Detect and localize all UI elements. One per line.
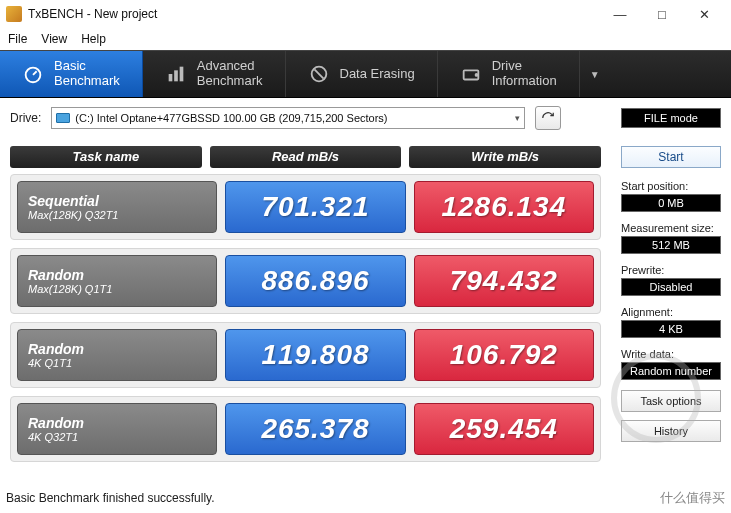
erase-icon [308, 63, 330, 85]
drive-row: Drive: (C:) Intel Optane+477GBSSD 100.00… [0, 98, 731, 136]
app-icon [6, 6, 22, 22]
read-value: 265.378 [225, 403, 405, 455]
task-name: Random [28, 341, 206, 357]
write-value: 1286.134 [414, 181, 594, 233]
task-params: 4K Q1T1 [28, 357, 206, 369]
tab-basic-benchmark[interactable]: BasicBenchmark [0, 51, 143, 97]
tab-advanced-benchmark[interactable]: AdvancedBenchmark [143, 51, 286, 97]
refresh-icon [541, 111, 555, 125]
bench-row: SequentialMax(128K) Q32T1701.3211286.134 [10, 174, 601, 240]
title-bar: TxBENCH - New project — □ ✕ [0, 0, 731, 28]
tab-drive-information[interactable]: DriveInformation [438, 51, 580, 97]
task-params: Max(128K) Q32T1 [28, 209, 206, 221]
start-position-value[interactable]: 0 MB [621, 194, 721, 212]
task-button[interactable]: Random4K Q32T1 [17, 403, 217, 455]
measurement-size-value[interactable]: 512 MB [621, 236, 721, 254]
menu-file[interactable]: File [8, 32, 27, 46]
window-title: TxBENCH - New project [28, 7, 157, 21]
alignment-label: Alignment: [621, 306, 721, 318]
results-panel: Task name Read mB/s Write mB/s Sequentia… [10, 136, 601, 470]
bench-row: Random4K Q32T1265.378259.454 [10, 396, 601, 462]
drive-label: Drive: [10, 111, 41, 125]
col-header-write: Write mB/s [409, 146, 601, 168]
watermark-circle [611, 353, 701, 443]
menu-help[interactable]: Help [81, 32, 106, 46]
drive-info-icon [460, 63, 482, 85]
svg-point-6 [475, 74, 477, 76]
svg-rect-1 [168, 74, 172, 81]
svg-rect-2 [174, 70, 178, 81]
minimize-button[interactable]: — [599, 2, 641, 26]
tab-data-erasing[interactable]: Data Erasing [286, 51, 438, 97]
read-value: 119.808 [225, 329, 405, 381]
toolbar-overflow[interactable]: ▼ [580, 51, 610, 97]
write-value: 106.792 [414, 329, 594, 381]
menu-bar: File View Help [0, 28, 731, 50]
read-value: 701.321 [225, 181, 405, 233]
prewrite-value[interactable]: Disabled [621, 278, 721, 296]
task-name: Random [28, 415, 206, 431]
watermark-text: 什么值得买 [660, 489, 725, 507]
task-params: 4K Q32T1 [28, 431, 206, 443]
refresh-button[interactable] [535, 106, 561, 130]
task-name: Random [28, 267, 206, 283]
menu-view[interactable]: View [41, 32, 67, 46]
start-button[interactable]: Start [621, 146, 721, 168]
measurement-size-label: Measurement size: [621, 222, 721, 234]
gauge-icon [22, 63, 44, 85]
task-button[interactable]: Random4K Q1T1 [17, 329, 217, 381]
drive-select[interactable]: (C:) Intel Optane+477GBSSD 100.00 GB (20… [51, 107, 525, 129]
bench-row: Random4K Q1T1119.808106.792 [10, 322, 601, 388]
close-button[interactable]: ✕ [683, 2, 725, 26]
col-header-read: Read mB/s [210, 146, 402, 168]
svg-rect-3 [179, 67, 183, 82]
chevron-down-icon: ▾ [515, 113, 520, 123]
col-header-task: Task name [10, 146, 202, 168]
write-value: 794.432 [414, 255, 594, 307]
maximize-button[interactable]: □ [641, 2, 683, 26]
file-mode-button[interactable]: FILE mode [621, 108, 721, 128]
task-name: Sequential [28, 193, 206, 209]
task-button[interactable]: SequentialMax(128K) Q32T1 [17, 181, 217, 233]
svg-point-0 [26, 68, 41, 83]
start-position-label: Start position: [621, 180, 721, 192]
task-button[interactable]: RandomMax(128K) Q1T1 [17, 255, 217, 307]
toolbar: BasicBenchmark AdvancedBenchmark Data Er… [0, 50, 731, 98]
read-value: 886.896 [225, 255, 405, 307]
alignment-value[interactable]: 4 KB [621, 320, 721, 338]
barchart-icon [165, 63, 187, 85]
bench-row: RandomMax(128K) Q1T1886.896794.432 [10, 248, 601, 314]
drive-icon [56, 113, 70, 123]
drive-selected-text: (C:) Intel Optane+477GBSSD 100.00 GB (20… [75, 112, 387, 124]
prewrite-label: Prewrite: [621, 264, 721, 276]
write-value: 259.454 [414, 403, 594, 455]
status-bar: Basic Benchmark finished successfully. [6, 491, 215, 505]
task-params: Max(128K) Q1T1 [28, 283, 206, 295]
